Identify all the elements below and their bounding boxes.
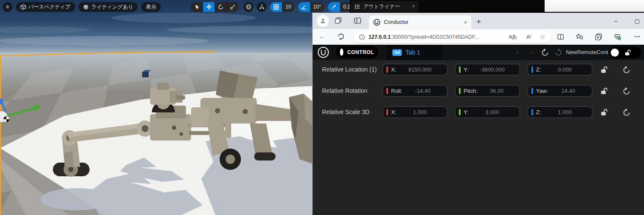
row-lock-button[interactable] xyxy=(600,66,608,74)
tab-1[interactable]: Ad Tab 1 xyxy=(386,45,442,60)
favorites-button[interactable] xyxy=(576,33,583,40)
viewport-toolbar: ≡ パースペクティブ ライティングあり 表示 xyxy=(3,2,350,12)
axis-value[interactable]: 8150.000 xyxy=(396,66,444,73)
snap-icon xyxy=(259,4,265,10)
grid-snap-value[interactable]: 10 xyxy=(282,2,294,12)
split-screen-button[interactable] xyxy=(557,33,564,40)
axis-value[interactable]: 36.00 xyxy=(478,88,516,94)
axis-color-bar xyxy=(531,88,533,94)
site-info-icon[interactable] xyxy=(359,34,365,40)
vector-field-x[interactable]: X: 8150.000 xyxy=(383,64,447,75)
grid-snap-group: 10 xyxy=(270,2,294,12)
browser-tab-bar: Conductor × + – ▢ xyxy=(313,13,644,29)
browser-window: Conductor × + – ▢ ← 127 xyxy=(313,13,644,215)
axis-value[interactable]: 14.40 xyxy=(548,88,589,94)
transform-tools xyxy=(191,2,238,12)
selection-outline xyxy=(0,52,215,56)
redo-button[interactable] xyxy=(554,48,562,56)
axis-value[interactable]: 3.000 xyxy=(469,109,516,115)
translate-button[interactable]: aあ xyxy=(509,33,517,40)
scale-field-z[interactable]: Z: 1.000 xyxy=(528,106,592,118)
url-text[interactable]: 127.0.0.1:30000/?preset=4D02C50745DADF..… xyxy=(368,34,479,40)
preset-name[interactable]: NewRemoteCont... xyxy=(566,49,613,55)
tab-scroll-right-button[interactable]: › xyxy=(531,49,534,56)
angle-snap-button[interactable] xyxy=(298,2,310,12)
axis-color-bar xyxy=(386,109,388,115)
outliner-tab-close[interactable]: × xyxy=(412,3,415,9)
minimize-button[interactable]: – xyxy=(607,13,625,29)
undo-button[interactable] xyxy=(541,48,549,56)
vector-field-z[interactable]: Z: 0.000 xyxy=(528,64,592,75)
reset-icon xyxy=(623,108,631,116)
select-tool-button[interactable] xyxy=(191,2,203,12)
maximize-button[interactable]: ▢ xyxy=(628,13,644,29)
refresh-button[interactable] xyxy=(337,33,345,40)
row-reset-button[interactable] xyxy=(623,108,631,116)
unlock-icon xyxy=(600,66,608,74)
show-button[interactable]: 表示 xyxy=(141,2,161,12)
tab-close-button[interactable]: × xyxy=(464,19,467,26)
move-tool-button[interactable] xyxy=(203,2,215,12)
scale-field-y[interactable]: Y: 3.000 xyxy=(455,106,520,118)
back-button[interactable]: ← xyxy=(319,32,326,41)
unreal-tab-strip: アウトライナー × xyxy=(350,0,545,12)
reset-icon xyxy=(623,87,631,95)
browser-tab-conductor[interactable]: Conductor × xyxy=(369,15,471,29)
scale-snap-value[interactable]: 0.25 xyxy=(340,2,350,12)
surface-snapping-button[interactable] xyxy=(257,2,267,12)
outliner-tab[interactable]: アウトライナー × xyxy=(351,1,418,12)
lock-toggle[interactable] xyxy=(609,46,641,58)
scale-snap-button[interactable] xyxy=(328,2,340,12)
unlock-icon xyxy=(624,49,631,56)
workspaces-button[interactable] xyxy=(335,17,342,24)
floating-cube[interactable] xyxy=(142,70,151,77)
reset-icon xyxy=(623,66,631,74)
rotation-field-yaw[interactable]: Yaw: 14.40 xyxy=(528,85,592,97)
row-lock-button[interactable] xyxy=(600,87,608,95)
unreal-viewport[interactable]: ≡ パースペクティブ ライティングあり 表示 xyxy=(0,0,350,215)
address-bar[interactable]: 127.0.0.1:30000/?preset=4D02C50745DADF..… xyxy=(354,31,551,43)
rotate-tool-button[interactable] xyxy=(215,2,226,12)
viewport-menu-button[interactable]: ≡ xyxy=(3,2,12,12)
row-reset-button[interactable] xyxy=(623,66,631,74)
browser-essentials-button[interactable] xyxy=(614,33,621,40)
read-aloud-button[interactable]: A) xyxy=(526,34,531,40)
tab-layout-icon xyxy=(354,17,361,24)
axis-value[interactable]: -14.40 xyxy=(402,88,444,94)
unreal-favicon xyxy=(373,19,380,26)
tab-scroll-left-button[interactable]: ‹ xyxy=(516,49,519,56)
axis-value[interactable]: 1.000 xyxy=(396,109,444,115)
scale-field-x[interactable]: X: 1.000 xyxy=(383,106,447,118)
new-tab-button[interactable]: + xyxy=(476,17,481,26)
axis-value[interactable]: -3600.000 xyxy=(469,66,516,73)
transform-gizmo[interactable] xyxy=(0,98,41,122)
scale-tool-button[interactable] xyxy=(226,2,238,12)
control-toggle[interactable]: CONTROL xyxy=(336,46,378,58)
row-lock-button[interactable] xyxy=(600,108,608,116)
property-label: Relative Rotation xyxy=(322,87,368,94)
tab-1-label: Tab 1 xyxy=(406,49,420,56)
world-space-button[interactable] xyxy=(244,2,253,12)
tab-actions-button[interactable] xyxy=(354,17,361,24)
grid-snap-button[interactable] xyxy=(270,2,282,12)
angle-snap-value[interactable]: 10° xyxy=(310,2,325,12)
collections-icon xyxy=(595,33,602,40)
unreal-logo-icon xyxy=(317,46,329,58)
unlock-icon xyxy=(600,87,608,95)
axis-value[interactable]: 1.000 xyxy=(541,109,589,115)
move-icon xyxy=(206,4,212,10)
control-toggle-knob[interactable] xyxy=(340,49,343,56)
collections-button[interactable] xyxy=(595,33,602,40)
row-reset-button[interactable] xyxy=(623,87,631,95)
vector-field-y[interactable]: Y: -3600.000 xyxy=(455,64,520,75)
screen: ≡ パースペクティブ ライティングあり 表示 xyxy=(0,0,644,215)
favorite-star-button[interactable]: ☆ xyxy=(540,33,545,41)
browser-menu-button[interactable] xyxy=(634,33,641,40)
lit-mode-button[interactable]: ライティングあり xyxy=(78,2,138,12)
perspective-button[interactable]: パースペクティブ xyxy=(16,2,75,12)
rotation-field-pitch[interactable]: Pitch: 36.00 xyxy=(455,85,520,97)
browser-profile-button[interactable] xyxy=(317,15,329,27)
rotation-field-roll[interactable]: Roll: -14.40 xyxy=(383,85,447,97)
lock-toggle-knob[interactable] xyxy=(611,49,619,57)
axis-value[interactable]: 0.000 xyxy=(541,66,589,73)
